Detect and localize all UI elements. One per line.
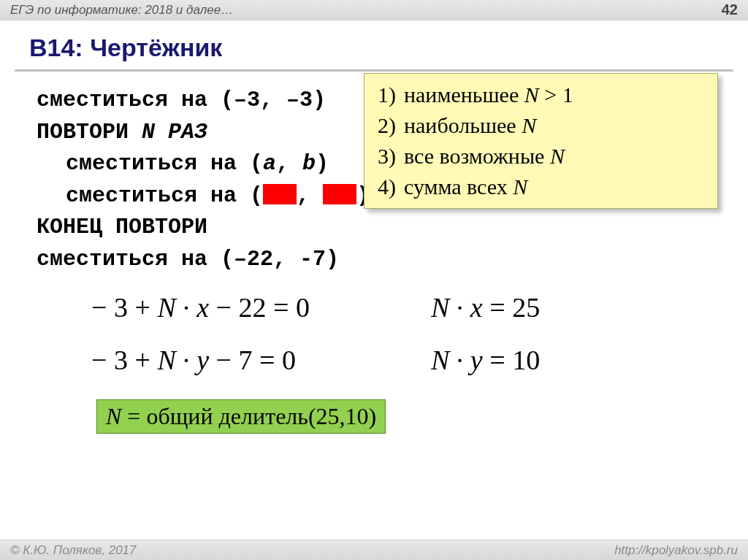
equations-block: − 3 + N · x − 22 = 0 N · x = 25 − 3 + N … xyxy=(37,275,748,376)
condition-item: 3) все возможные N xyxy=(378,141,710,172)
redacted-box xyxy=(263,184,297,204)
slide-title: B14: Чертёжник xyxy=(0,20,748,69)
condition-item: 2) наибольшее N xyxy=(378,110,710,141)
condition-item: 4) сумма всех N xyxy=(378,172,710,202)
equation: N · x = 25 xyxy=(431,291,748,323)
equation: N · y = 10 xyxy=(431,344,748,376)
slide-footer: © К.Ю. Поляков, 2017 http://kpolyakov.sp… xyxy=(0,540,748,560)
code-line: КОНЕЦ ПОВТОРИ xyxy=(37,212,748,244)
footer-url: http://kpolyakov.spb.ru xyxy=(614,543,738,558)
answer-box: N = общий делитель(25,10) xyxy=(96,399,386,434)
equation: − 3 + N · y − 7 = 0 xyxy=(91,344,431,376)
redacted-box xyxy=(323,184,356,204)
footer-copyright: © К.Ю. Поляков, 2017 xyxy=(10,543,137,558)
slide-content: 1) наименьшее N > 1 2) наибольшее N 3) в… xyxy=(0,72,748,434)
code-line: сместиться на (–22, -7) xyxy=(37,244,748,276)
condition-item: 1) наименьшее N > 1 xyxy=(378,80,710,110)
slide-header: ЕГЭ по информатике: 2018 и далее… 42 xyxy=(0,0,748,20)
page-number: 42 xyxy=(722,1,738,18)
header-left: ЕГЭ по информатике: 2018 и далее… xyxy=(10,3,233,18)
conditions-box: 1) наименьшее N > 1 2) наибольшее N 3) в… xyxy=(364,73,718,209)
equation: − 3 + N · x − 22 = 0 xyxy=(91,291,431,323)
